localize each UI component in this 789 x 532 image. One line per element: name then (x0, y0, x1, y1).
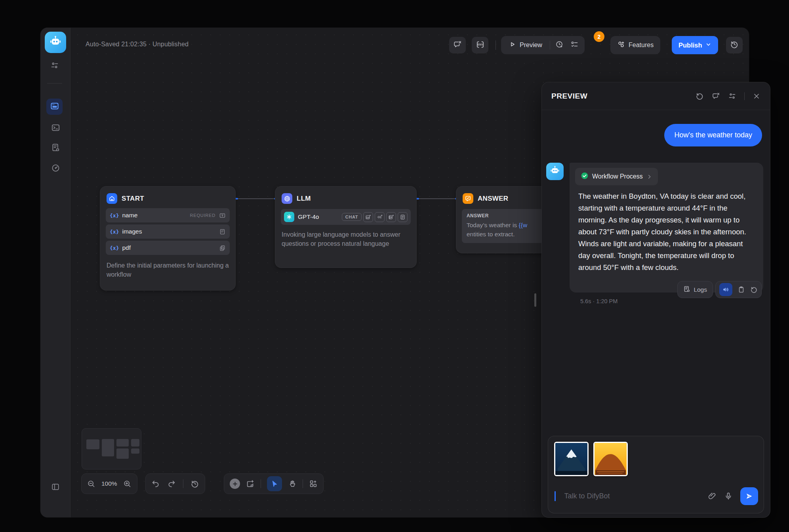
features-button[interactable]: Features (610, 36, 660, 54)
chat-mode-badge: CHAT (342, 213, 362, 221)
field-name-label: name (122, 212, 137, 219)
llm-brain-icon (282, 193, 292, 204)
logs-button[interactable]: Logs (677, 281, 713, 298)
chat-settings-icon[interactable] (712, 92, 720, 100)
hand-mode-button[interactable] (288, 479, 297, 488)
sidebar-item-api[interactable] (48, 120, 63, 136)
change-history-button[interactable] (191, 479, 199, 488)
sidebar-item-logs[interactable] (48, 140, 63, 156)
vision-capability-icon (363, 212, 373, 222)
attachment-thumbnail-sunset-mountain[interactable] (593, 442, 628, 476)
chat-input-box (548, 436, 764, 513)
logs-icon (683, 285, 690, 294)
preview-title: PREVIEW (551, 92, 587, 101)
robot-icon (549, 165, 560, 178)
variable-glyph: {x} (110, 245, 119, 251)
minimap-node (131, 448, 139, 454)
toolbar-separator (261, 479, 261, 488)
logs-button-label: Logs (694, 286, 707, 293)
start-field-images[interactable]: {x} images (106, 224, 230, 239)
regenerate-button[interactable] (750, 286, 758, 293)
publish-button[interactable]: Publish (672, 36, 718, 54)
document-capability-icon (398, 212, 408, 222)
log-document-icon (51, 143, 60, 154)
copy-button[interactable] (738, 286, 745, 293)
terminal-icon (51, 123, 60, 134)
start-field-pdf[interactable]: {x} pdf (106, 241, 230, 255)
minimap-node (116, 448, 129, 459)
message-action-group (715, 281, 762, 298)
node-start[interactable]: START {x} name REQUIRED {x} images {x} p… (100, 186, 236, 291)
llm-model-name: GPT-4o (298, 213, 319, 220)
app-avatar[interactable] (45, 32, 66, 53)
collapse-panel-icon (51, 483, 60, 493)
features-icon (617, 40, 625, 50)
node-llm[interactable]: LLM GPT-4o CHAT Invoking large language … (275, 186, 417, 268)
message-meta: 5.6s · 1:20 PM (580, 298, 617, 304)
llm-model-selector[interactable]: GPT-4o CHAT (281, 209, 411, 225)
canvas-minimap[interactable] (82, 428, 141, 469)
run-group: Preview (501, 36, 585, 54)
env-variable-button[interactable]: ENV (472, 37, 488, 53)
field-name-label: pdf (122, 244, 131, 251)
close-icon[interactable] (753, 92, 760, 100)
node-llm-header: LLM (275, 186, 416, 208)
node-llm-title: LLM (297, 195, 311, 203)
chat-input[interactable] (558, 492, 701, 500)
redo-button[interactable] (167, 479, 176, 488)
pointer-mode-button[interactable] (267, 476, 282, 491)
version-history-button[interactable] (726, 37, 743, 53)
run-history-button[interactable] (552, 38, 567, 53)
chevron-down-icon (705, 42, 711, 49)
start-field-name[interactable]: {x} name REQUIRED (106, 208, 230, 222)
checklist-button[interactable] (567, 38, 582, 53)
edit-toolbar (224, 473, 324, 494)
add-note-button[interactable] (246, 479, 255, 488)
panel-resize-handle[interactable] (534, 293, 536, 307)
user-message-bubble: How's the weather today (664, 124, 762, 146)
video-capability-icon (386, 212, 396, 222)
bot-message-text: The weather in Boydton, VA today is clea… (578, 190, 755, 274)
attach-file-button[interactable] (708, 492, 717, 500)
restart-conversation-icon[interactable] (696, 92, 704, 100)
voice-input-button[interactable] (724, 492, 733, 500)
speaker-button[interactable] (719, 283, 732, 296)
chat-variable-button[interactable] (449, 37, 466, 53)
preview-button-label: Preview (520, 42, 542, 49)
robot-icon (49, 35, 62, 50)
orchestrate-icon (50, 101, 59, 112)
send-button[interactable] (740, 487, 758, 505)
group-separator (550, 41, 550, 49)
svg-text:ENV: ENV (477, 43, 483, 46)
answer-section-label: ANSWER (467, 213, 549, 218)
workflow-process-label: Workflow Process (592, 173, 643, 180)
workflow-process-toggle[interactable]: Workflow Process (575, 168, 658, 185)
sidebar-item-tools[interactable] (47, 58, 63, 74)
add-node-button[interactable] (230, 479, 240, 489)
clock-play-icon (555, 40, 564, 50)
chat-x-icon (453, 40, 462, 50)
zoom-level[interactable]: 100% (101, 480, 117, 487)
node-start-header: START (100, 186, 235, 208)
preview-panel: PREVIEW How's the weather today (541, 82, 770, 518)
preview-panel-header: PREVIEW (542, 82, 770, 110)
play-icon (509, 41, 516, 49)
message-actions: Logs (677, 281, 762, 298)
preview-button[interactable]: Preview (503, 36, 548, 54)
panel-header-separator (744, 92, 745, 100)
answer-text-line1: Today’s weather is {{w (467, 220, 549, 230)
zoom-out-button[interactable] (87, 480, 95, 488)
answer-content-box: ANSWER Today’s weather is {{w entities t… (462, 209, 554, 243)
features-button-label: Features (629, 42, 654, 49)
undo-button[interactable] (151, 479, 160, 488)
attachment-thumbnail-night-mountain[interactable] (554, 442, 589, 476)
organize-blocks-button[interactable] (309, 479, 318, 488)
node-answer-title: ANSWER (478, 195, 508, 203)
chevron-right-icon (646, 174, 652, 180)
file-list-type-icon (219, 245, 226, 251)
collapse-sidebar-button[interactable] (48, 480, 63, 496)
sidebar-item-orchestrate[interactable] (46, 99, 63, 115)
conversation-settings-icon[interactable] (728, 92, 736, 100)
sidebar-item-monitoring[interactable] (48, 161, 63, 177)
zoom-in-button[interactable] (123, 480, 132, 488)
